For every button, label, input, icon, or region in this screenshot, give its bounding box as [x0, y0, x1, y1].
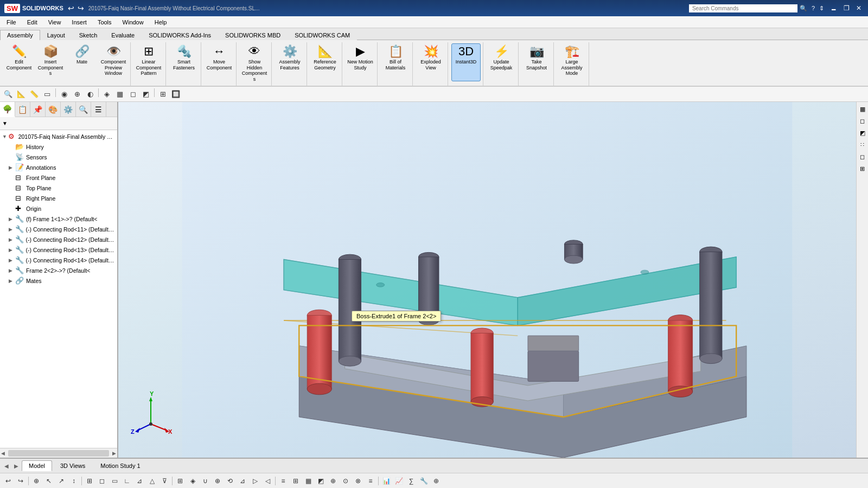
- bottom-toolbar-btn-14[interactable]: ◈: [187, 475, 199, 487]
- update-speedpak-button[interactable]: ⚡UpdateSpeedpak: [487, 43, 516, 81]
- help-icon[interactable]: ?: [812, 5, 815, 11]
- close-button[interactable]: ✕: [854, 4, 864, 12]
- bottom-toolbar-btn-1[interactable]: ↪: [15, 475, 27, 487]
- expand-icon[interactable]: ⇕: [819, 5, 824, 12]
- view-toolbar-btn-3[interactable]: ▭: [41, 88, 53, 100]
- bottom-toolbar-btn-4[interactable]: ↗: [55, 475, 67, 487]
- btab-next[interactable]: ▶: [12, 462, 21, 470]
- bottom-toolbar-btn-27[interactable]: ⊗: [352, 475, 364, 487]
- btab-prev[interactable]: ◀: [2, 462, 11, 470]
- bottom-toolbar-btn-11[interactable]: △: [146, 475, 158, 487]
- sidebar-tab-2[interactable]: 📌: [30, 102, 46, 117]
- bottom-toolbar-btn-30[interactable]: 📈: [393, 475, 405, 487]
- tree-item-8[interactable]: ▶🔧(-) Connecting Rod<11> (Default<...: [0, 224, 117, 234]
- view-toolbar-btn-6[interactable]: ◐: [84, 88, 96, 100]
- bottom-tab-motion-study-1[interactable]: Motion Study 1: [93, 460, 147, 471]
- component-preview-button[interactable]: 👁️ComponentPreviewWindow: [99, 43, 128, 81]
- bottom-tab-3d-views[interactable]: 3D Views: [53, 460, 92, 471]
- bottom-toolbar-btn-32[interactable]: 🔧: [418, 475, 430, 487]
- 3d-viewport[interactable]: Boss-Extrude1 of Frame 2<2> Y X Z: [118, 102, 856, 458]
- right-panel-btn-5[interactable]: ◻: [858, 152, 867, 162]
- bottom-toolbar-btn-23[interactable]: ▦: [302, 475, 314, 487]
- sidebar-tab-1[interactable]: 📋: [15, 102, 30, 117]
- bottom-toolbar-btn-12[interactable]: ⊽: [158, 475, 170, 487]
- view-toolbar-btn-12[interactable]: 🔲: [170, 88, 182, 100]
- bottom-toolbar-btn-9[interactable]: ∟: [121, 475, 133, 487]
- menu-item-insert[interactable]: Insert: [67, 18, 91, 27]
- bottom-toolbar-btn-8[interactable]: ▭: [108, 475, 120, 487]
- tree-item-7[interactable]: ▶🔧(f) Frame 1<1>->? (Default<: [0, 214, 117, 224]
- ribbon-tab-layout[interactable]: Layout: [40, 30, 72, 40]
- show-hidden-button[interactable]: 👁ShowHiddenComponents: [240, 43, 269, 85]
- window-controls[interactable]: 🗕 ❐ ✕: [828, 4, 864, 12]
- right-panel-btn-2[interactable]: ◻: [858, 116, 867, 126]
- bottom-toolbar-btn-2[interactable]: ⊕: [30, 475, 42, 487]
- bottom-toolbar-btn-31[interactable]: ∑: [405, 475, 417, 487]
- ribbon-tab-sketch[interactable]: Sketch: [72, 30, 105, 40]
- view-toolbar-btn-10[interactable]: ◩: [140, 88, 152, 100]
- view-toolbar-btn-5[interactable]: ⊕: [71, 88, 83, 100]
- ribbon-tab-solidworks-cam[interactable]: SOLIDWORKS CAM: [288, 30, 357, 40]
- tree-item-11[interactable]: ▶🔧(-) Connecting Rod<14> (Default<...: [0, 255, 117, 265]
- assembly-features-button[interactable]: ⚙️AssemblyFeatures: [275, 43, 304, 81]
- view-toolbar-btn-11[interactable]: ⊞: [157, 88, 169, 100]
- right-panel-btn-6[interactable]: ⊞: [858, 164, 867, 174]
- bottom-toolbar-btn-10[interactable]: ⊿: [133, 475, 145, 487]
- right-panel-btn-3[interactable]: ◩: [858, 128, 867, 138]
- bottom-toolbar-btn-17[interactable]: ⟲: [224, 475, 236, 487]
- bottom-toolbar-btn-22[interactable]: ⊞: [290, 475, 302, 487]
- filter-bar[interactable]: ▼: [0, 117, 117, 130]
- bottom-toolbar-btn-15[interactable]: ∪: [199, 475, 211, 487]
- view-toolbar-btn-9[interactable]: ◻: [127, 88, 139, 100]
- tree-item-13[interactable]: ▶🔗Mates: [0, 275, 117, 286]
- bottom-toolbar-btn-28[interactable]: ≡: [365, 475, 376, 487]
- bottom-toolbar-btn-13[interactable]: ⊞: [174, 475, 186, 487]
- ribbon-tab-solidworks-mbd[interactable]: SOLIDWORKS MBD: [218, 30, 288, 40]
- tree-item-4[interactable]: ⊟Top Plane: [0, 183, 117, 193]
- bottom-toolbar-btn-5[interactable]: ↕: [68, 475, 80, 487]
- sidebar-tab-3[interactable]: 🎨: [46, 102, 61, 117]
- view-toolbar-btn-8[interactable]: ▦: [114, 88, 126, 100]
- reference-geometry-button[interactable]: 📐ReferenceGeometry: [310, 43, 340, 81]
- exploded-view-button[interactable]: 💥ExplodedView: [416, 43, 445, 81]
- insert-components-button[interactable]: 📦InsertComponents: [36, 43, 65, 81]
- menu-item-help[interactable]: Help: [150, 18, 171, 27]
- ribbon-tab-solidworks-add-ins[interactable]: SOLIDWORKS Add-Ins: [142, 30, 218, 40]
- bill-of-materials-button[interactable]: 📋Bill ofMaterials: [381, 43, 410, 81]
- bottom-toolbar-btn-25[interactable]: ⊕: [327, 475, 339, 487]
- horizontal-scrollbar-thumb[interactable]: [8, 450, 109, 457]
- tree-item-6[interactable]: ✚Origin: [0, 203, 117, 214]
- view-toolbar-buttons[interactable]: 🔍📐📏▭◉⊕◐◈▦◻◩⊞🔲: [2, 88, 182, 100]
- bottom-tab-model[interactable]: Model: [22, 460, 52, 471]
- right-panel-btn-4[interactable]: ∷: [858, 140, 867, 150]
- sidebar-scrollbar[interactable]: ◀ ▶: [0, 448, 117, 458]
- bottom-toolbar-btn-29[interactable]: 📊: [380, 475, 392, 487]
- ribbon-tab-assembly[interactable]: Assembly: [0, 30, 40, 40]
- tree-item-3[interactable]: ⊟Front Plane: [0, 172, 117, 183]
- sidebar-tab-6[interactable]: ☰: [91, 102, 106, 117]
- tree-root[interactable]: ▼⚙201075-Faiq Nasir-Final Assembly With.…: [0, 131, 117, 142]
- view-toolbar-btn-2[interactable]: 📏: [28, 88, 40, 100]
- view-toolbar-btn-4[interactable]: ◉: [58, 88, 70, 100]
- bottom-toolbar-btn-21[interactable]: ≡: [277, 475, 289, 487]
- bottom-toolbar-btn-18[interactable]: ⊿: [237, 475, 248, 487]
- view-toolbar-btn-7[interactable]: ◈: [101, 88, 113, 100]
- menu-icons[interactable]: ↩ ↪: [68, 4, 84, 12]
- linear-component-pattern-button[interactable]: ⊞Linear ComponentPattern: [134, 43, 163, 81]
- tree-item-10[interactable]: ▶🔧(-) Connecting Rod<13> (Default<...: [0, 245, 117, 255]
- large-assembly-mode-button[interactable]: 🏗️LargeAssemblyMode: [557, 43, 586, 81]
- sidebar-tab-5[interactable]: 🔍: [76, 102, 91, 117]
- view-toolbar-btn-1[interactable]: 📐: [15, 88, 27, 100]
- sidebar-tabs[interactable]: 🌳📋📌🎨⚙️🔍☰: [0, 102, 117, 117]
- tree-item-1[interactable]: 📡Sensors: [0, 152, 117, 162]
- bottom-toolbar-btn-26[interactable]: ⊙: [340, 475, 352, 487]
- smart-fasteners-button[interactable]: 🔩SmartFasteners: [169, 43, 199, 81]
- bottom-toolbar-btn-19[interactable]: ▷: [249, 475, 261, 487]
- minimize-button[interactable]: 🗕: [828, 4, 839, 12]
- sidebar-tab-0[interactable]: 🌳: [0, 102, 15, 117]
- bottom-toolbar-btn-0[interactable]: ↩: [2, 475, 14, 487]
- bottom-toolbar-btn-24[interactable]: ◩: [315, 475, 327, 487]
- menu-item-window[interactable]: Window: [118, 18, 148, 27]
- sidebar-tab-4[interactable]: ⚙️: [61, 102, 76, 117]
- restore-button[interactable]: ❐: [841, 4, 852, 12]
